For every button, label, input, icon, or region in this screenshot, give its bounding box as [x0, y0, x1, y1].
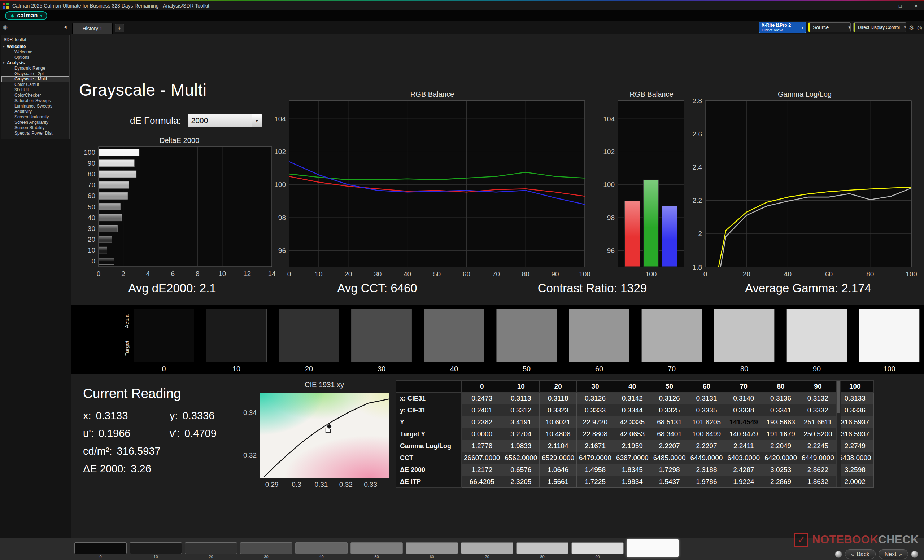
pattern-button-100[interactable]: 100 [627, 538, 679, 560]
pattern-label: 80 [516, 555, 568, 559]
pattern-button-40[interactable]: 40 [295, 538, 348, 560]
sidebar-item-3d-lut[interactable]: 3D LUT [2, 87, 69, 93]
svg-text:10: 10 [218, 270, 226, 277]
close-button[interactable]: × [908, 1, 924, 10]
sidebar-item-saturation-sweeps[interactable]: Saturation Sweeps [2, 98, 69, 103]
next-button[interactable]: Next » [879, 549, 908, 559]
svg-text:2.8: 2.8 [693, 99, 702, 105]
back-button[interactable]: « Back [845, 549, 876, 559]
sidebar-item-grayscale-multi[interactable]: Grayscale - Multi [2, 76, 69, 82]
sidebar-item-options[interactable]: Options [2, 55, 69, 60]
table-cell: 10.6021 [540, 416, 577, 428]
maximize-button[interactable]: □ [892, 1, 908, 10]
source-label: Source [813, 24, 829, 30]
svg-text:0: 0 [704, 270, 707, 278]
gamma-loglog-chart: Gamma Log/Log 0204060801001.822.22.42.62… [688, 90, 921, 281]
back-arrow-icon: « [851, 551, 854, 557]
display-control-dropdown[interactable]: Direct Display Control ▾ [853, 22, 906, 32]
measurement-table-grid: 0102030405060708090100x: CIE310.24730.31… [396, 380, 874, 488]
sidebar-panel: SDR Toolkit ▾WelcomeWelcomeOptions▾Analy… [1, 35, 70, 139]
probe-target-icon[interactable]: ◎ [916, 23, 924, 32]
svg-text:102: 102 [274, 148, 286, 156]
svg-text:2: 2 [121, 270, 125, 277]
swatch-patch-80 [714, 308, 775, 362]
table-col-header-70: 70 [725, 381, 762, 392]
swatch-patch-0 [134, 308, 194, 362]
add-tab-button[interactable]: + [115, 24, 124, 33]
pattern-swatch[interactable] [240, 542, 292, 554]
table-cell: 2.2207 [651, 440, 688, 452]
sidebar-item-color-gamut[interactable]: Color Gamut [2, 82, 69, 87]
table-cell: 1.7225 [577, 476, 614, 488]
nav-orb-right[interactable] [911, 551, 918, 558]
sidebar-item-additivity[interactable]: Additivity [2, 109, 69, 114]
table-scrollbar[interactable] [836, 380, 841, 488]
table-cell: 22.9720 [577, 416, 614, 428]
sidebar-item-welcome[interactable]: Welcome [2, 49, 69, 55]
sidebar-item-grayscale-2pt[interactable]: Grayscale - 2pt [2, 71, 69, 76]
pattern-swatch[interactable] [185, 542, 237, 554]
grayscale-swatch-90: 90 [786, 308, 847, 373]
table-cell: 0.3336 [836, 404, 873, 416]
pattern-button-20[interactable]: 20 [185, 538, 237, 560]
pattern-label: 90 [572, 555, 624, 559]
sidebar-item-dynamic-range[interactable]: Dynamic Range [2, 66, 69, 71]
sidebar-item-screen-angularity[interactable]: Screen Angularity [2, 120, 69, 125]
svg-text:2.4: 2.4 [693, 163, 702, 171]
tree-group-analysis[interactable]: ▾Analysis [2, 60, 69, 66]
svg-text:40: 40 [88, 214, 95, 222]
sidebar-item-spectral-power-dist[interactable]: Spectral Power Dist. [2, 130, 69, 136]
pattern-swatch[interactable] [351, 542, 403, 554]
table-cell: 1.2778 [462, 440, 502, 452]
table-cell: 0.3132 [800, 392, 837, 404]
grayscale-swatch-20: 20 [279, 308, 339, 373]
pattern-button-70[interactable]: 70 [461, 538, 513, 560]
sidebar-item-colorchecker[interactable]: ColorChecker [2, 93, 69, 98]
pattern-button-0[interactable]: 0 [74, 538, 127, 560]
pattern-button-50[interactable]: 50 [351, 538, 403, 560]
nav-orb-left[interactable] [835, 551, 842, 558]
svg-text:60: 60 [463, 270, 470, 278]
source-status-bar [808, 23, 810, 32]
minimize-button[interactable]: ─ [876, 1, 892, 10]
pattern-button-10[interactable]: 10 [130, 538, 182, 560]
pattern-button-80[interactable]: 80 [516, 538, 568, 560]
sidebar-collapse-button[interactable]: ◄ [63, 24, 68, 30]
pattern-swatch[interactable] [406, 542, 458, 554]
svg-text:4: 4 [146, 270, 150, 277]
source-dropdown[interactable]: Source ▾ [808, 22, 851, 32]
pattern-swatch[interactable] [627, 539, 679, 557]
swatch-label: 30 [351, 365, 412, 373]
table-cell: 2.2749 [836, 440, 873, 452]
pattern-swatch[interactable] [74, 542, 127, 554]
sidebar-item-luminance-sweeps[interactable]: Luminance Sweeps [2, 103, 69, 109]
home-icon[interactable]: ◉ [3, 24, 8, 30]
pattern-button-90[interactable]: 90 [572, 538, 624, 560]
pattern-swatch[interactable] [295, 542, 348, 554]
sidebar-item-screen-uniformity[interactable]: Screen Uniformity [2, 114, 69, 120]
table-cell: 250.5200 [800, 428, 837, 440]
pattern-button-60[interactable]: 60 [406, 538, 458, 560]
calman-logo-menu[interactable]: ✶ calman ▾ [5, 11, 47, 20]
tab-history-1[interactable]: History 1 [72, 23, 112, 34]
svg-text:70: 70 [492, 270, 500, 278]
pattern-swatch[interactable] [516, 542, 568, 554]
settings-gear-icon[interactable]: ⚙ [908, 23, 915, 32]
table-cell: 42.0653 [614, 428, 651, 440]
pattern-swatch[interactable] [461, 542, 513, 554]
scrollbar-thumb[interactable] [837, 381, 840, 413]
tree-group-welcome[interactable]: ▾Welcome [2, 44, 69, 49]
table-cell: 2.2411 [725, 440, 762, 452]
table-row-y: Y0.23823.419110.602122.972042.333568.513… [396, 416, 874, 428]
sidebar-item-screen-stability[interactable]: Screen Stability [2, 125, 69, 130]
content-area: SDR Toolkit ▾WelcomeWelcomeOptions▾Analy… [0, 34, 924, 538]
pattern-swatch[interactable] [572, 542, 624, 554]
measurement-table: 0102030405060708090100x: CIE310.24730.31… [396, 380, 874, 488]
de-formula-dropdown[interactable]: 2000 ▾ [188, 114, 262, 127]
table-cell: 1.5437 [651, 476, 688, 488]
meter-dropdown[interactable]: X-Rite i1Pro 2 Direct View ▾ [759, 22, 806, 33]
pattern-button-30[interactable]: 30 [240, 538, 292, 560]
next-arrow-icon: » [899, 551, 902, 557]
pattern-swatch[interactable] [130, 542, 182, 554]
daylight-locus-curve [264, 399, 389, 478]
